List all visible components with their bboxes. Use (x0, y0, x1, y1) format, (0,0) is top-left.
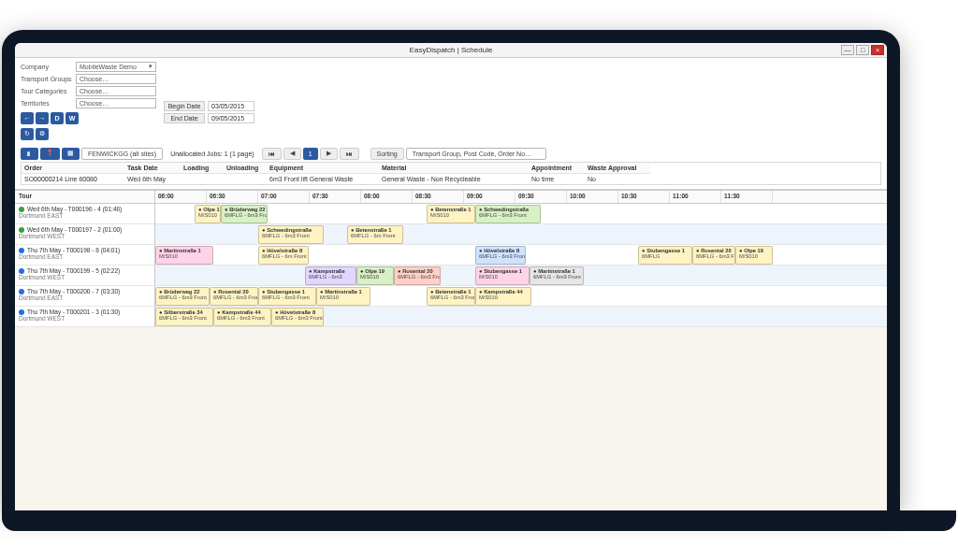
task-block[interactable]: ● Martinstraße 16MFLG - 6m3 Front (530, 266, 584, 285)
unallocated-label: Unallocated Jobs: 1 (1 page) (165, 148, 260, 160)
task-dot-icon: ● (642, 248, 646, 253)
sync-button[interactable]: ↻ (21, 128, 34, 140)
task-block[interactable]: ● Rosental 206MFLG - 6m3 Front (692, 246, 735, 265)
task-dot-icon: ● (159, 309, 164, 315)
sorting-select[interactable]: Transport Group, Post Code, Order No… (406, 148, 546, 160)
th-waste[interactable]: Waste Approval (585, 163, 650, 174)
task-block[interactable]: ● Brüderweg 226MFLG - 6m3 Front (221, 205, 268, 223)
task-block[interactable]: ● Silberstraße 346MFLG - 6m3 Front (155, 308, 213, 326)
task-block[interactable]: ● Kampstraße 446MFLG - 6m3 Front (213, 308, 271, 326)
task-dot-icon: ● (430, 289, 435, 294)
gantt-row[interactable]: ● Brüderweg 226MFLG - 6m3 Front● Rosenta… (155, 286, 887, 307)
task-dot-icon: ● (430, 207, 435, 212)
td-appointment: No time (529, 174, 585, 184)
page-first-button[interactable]: ⏮ (262, 148, 282, 160)
close-button[interactable]: × (871, 45, 884, 55)
gantt-row[interactable]: ● Olpe 19M/S010● Brüderweg 226MFLG - 6m3… (155, 204, 887, 224)
tour-row[interactable]: Thu 7th May - T000200 - 7 (03:30)Dortmun… (15, 286, 154, 307)
page-last-button[interactable]: ⏭ (340, 148, 359, 160)
th-taskdate[interactable]: Task Date (124, 163, 181, 174)
begin-date-label: Begin Date (164, 101, 205, 111)
task-dot-icon: ● (309, 268, 313, 274)
end-date-field[interactable]: 09/05/2015 (208, 113, 254, 123)
task-block[interactable]: ● Hövelstraße 86MFLG - 6m3 Front (475, 246, 526, 265)
task-dot-icon: ● (533, 268, 538, 274)
minimize-button[interactable]: — (841, 45, 854, 55)
task-block[interactable]: ● Schwedingstraße6MFLG - 6m3 Front (258, 225, 324, 244)
task-block[interactable]: ● Betenstraße 16MFLG - 6m3 Front (427, 287, 475, 306)
task-block[interactable]: ● Martinstraße 1M/S010 (316, 287, 370, 306)
task-block[interactable]: ● Stubengasse 16MFLG - 6m3 Front (258, 287, 316, 306)
schedule-grid: Tour Wed 6th May - T000196 - 4 (01:46)Do… (15, 190, 887, 327)
th-material[interactable]: Material (379, 163, 529, 174)
tour-row[interactable]: Thu 7th May - T000199 - 5 (02:22)Dortmun… (15, 266, 154, 286)
time-header: 07:30 (310, 191, 361, 203)
site-select[interactable]: FENWICKGG (all sites) (81, 148, 163, 160)
tour-row[interactable]: Thu 7th May - T000201 - 3 (01:30)Dortmun… (15, 307, 154, 327)
task-dot-icon: ● (479, 289, 484, 294)
company-label: Company (21, 64, 73, 70)
task-block[interactable]: ● Martinstraße 1M/S010 (155, 246, 213, 265)
page-next-button[interactable]: ▶ (320, 148, 338, 160)
task-block[interactable]: ● Betenstraße 1M/S010 (427, 205, 475, 223)
task-block[interactable]: ● Kampstraße 44M/S010 (475, 287, 531, 306)
tour-row[interactable]: Thu 7th May - T000198 - 8 (04:01)Dortmun… (15, 245, 154, 266)
week-view-button[interactable]: W (65, 112, 79, 124)
window-titlebar: EasyDispatch | Schedule — □ × (15, 43, 887, 58)
task-dot-icon: ● (213, 289, 218, 294)
tour-categories-select[interactable]: Choose… (76, 86, 156, 96)
td-material: General Waste - Non Recycleable (379, 174, 529, 184)
task-dot-icon: ● (479, 248, 484, 253)
prev-button[interactable]: ← (21, 112, 34, 124)
company-select[interactable]: MobileWaste Demo▾ (76, 62, 156, 72)
td-waste: No (585, 174, 650, 184)
page-prev-button[interactable]: ◀ (283, 148, 301, 160)
next-button[interactable]: → (36, 112, 49, 124)
th-unloading[interactable]: Unloading (224, 163, 267, 174)
time-header: 09:30 (515, 191, 567, 203)
task-block[interactable]: ● Rosental 206MFLG - 6m3 Front (394, 266, 441, 285)
th-loading[interactable]: Loading (181, 163, 224, 174)
columns-button[interactable]: ⫼ (21, 148, 38, 160)
task-block[interactable]: ● Olpe 19M/S010 (195, 205, 221, 223)
settings-button[interactable]: ⚙ (36, 128, 49, 140)
task-dot-icon: ● (320, 289, 325, 294)
transport-groups-select[interactable]: Choose… (76, 74, 156, 84)
territories-select[interactable]: Choose… (76, 98, 156, 108)
gantt-row[interactable]: ● Silberstraße 346MFLG - 6m3 Front● Kamp… (155, 307, 887, 327)
sorting-label: Sorting (370, 148, 404, 160)
time-header: 11:00 (670, 191, 721, 203)
tour-row[interactable]: Wed 6th May - T000197 - 2 (01:00)Dortmun… (15, 224, 154, 245)
task-block[interactable]: ● Hövelstraße 86MFLG - 6m3 Front (271, 308, 324, 326)
td-loading (181, 174, 224, 184)
task-block[interactable]: ● Hövelstraße 86MFLG - 6m Front (258, 246, 309, 265)
th-appointment[interactable]: Appointment (529, 163, 585, 174)
task-block[interactable]: ● Rosental 206MFLG - 6m3 Front (210, 287, 258, 306)
pin-button[interactable]: 📍 (40, 148, 60, 160)
time-header: 10:30 (618, 191, 670, 203)
task-block[interactable]: ● Olpe 19M/S010 (356, 266, 394, 285)
gantt-row[interactable]: ● Martinstraße 1M/S010● Hövelstraße 86MF… (155, 245, 887, 266)
task-block[interactable]: ● Olpe 19M/S010 (735, 246, 773, 265)
time-header: 08:00 (361, 191, 413, 203)
td-order[interactable]: SO00000214 Line 60080 (22, 174, 124, 184)
time-header: 10:00 (567, 191, 618, 203)
grid-button[interactable]: ▦ (62, 148, 80, 160)
task-block[interactable]: ● Stubengasse 1M/S010 (475, 266, 530, 285)
gantt-row[interactable]: ● Kampstraße6MFLG - 6m3● Olpe 19M/S010● … (155, 266, 887, 286)
th-order[interactable]: Order (22, 163, 124, 174)
gantt-row[interactable]: ● Schwedingstraße6MFLG - 6m3 Front● Bete… (155, 224, 887, 245)
task-block[interactable]: ● Kampstraße6MFLG - 6m3 (305, 266, 356, 285)
day-view-button[interactable]: D (51, 112, 64, 124)
task-block[interactable]: ● Betenstraße 16MFLG - 6m Front (347, 225, 403, 244)
task-block[interactable]: ● Schwedingstraße6MFLG - 6m3 Front (475, 205, 541, 223)
task-dot-icon: ● (159, 248, 164, 253)
task-block[interactable]: ● Stubengasse 16MFLG (638, 246, 692, 265)
begin-date-field[interactable]: 03/05/2015 (208, 101, 254, 111)
maximize-button[interactable]: □ (856, 45, 869, 55)
th-equipment[interactable]: Equipment (267, 163, 379, 174)
task-block[interactable]: ● Brüderweg 226MFLG - 6m3 Front (155, 287, 210, 306)
task-dot-icon: ● (739, 248, 744, 253)
tour-row[interactable]: Wed 6th May - T000196 - 4 (01:46)Dortmun… (15, 204, 154, 224)
time-header: 07:00 (258, 191, 310, 203)
